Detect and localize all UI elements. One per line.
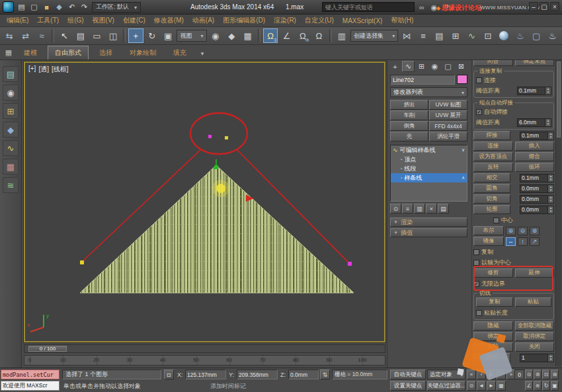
viewport-general-menu[interactable]: [+]	[28, 65, 36, 74]
snaps-toggle-3d-icon[interactable]: Ω3	[263, 28, 278, 43]
key-mode-toggle-button[interactable]: ⊙	[467, 381, 476, 391]
previous-frame-button[interactable]: ‹	[477, 370, 486, 379]
menu-item-4[interactable]: 视图(V)	[93, 16, 114, 25]
modifier-set-button-4[interactable]: UVW 展开	[429, 110, 467, 120]
show-end-result-icon[interactable]: ≡	[402, 204, 413, 214]
outline-spinner[interactable]: 0.0mm▴▾	[520, 206, 554, 214]
application-menu-icon[interactable]: ▤	[16, 2, 27, 13]
unhide-all-button[interactable]: 全部取消隐藏	[515, 321, 555, 331]
curve-editor-icon[interactable]: ∿	[464, 28, 479, 43]
stack-item-editable-spline[interactable]: ∿可编辑样条线∨	[391, 145, 467, 155]
left-tool-button-2[interactable]: ◉	[3, 85, 19, 100]
modifier-set-button-8[interactable]: 涡轮平滑	[429, 132, 467, 141]
save-file-icon[interactable]: ◆	[54, 2, 65, 13]
rendered-frame-window-icon[interactable]: ▢	[529, 28, 543, 43]
open-file-icon[interactable]: ■	[41, 2, 52, 13]
weld-value-spinner[interactable]: 0.1mm▴▾	[520, 132, 554, 140]
cross-insert-spinner[interactable]: 0.1mm▴▾	[520, 174, 554, 182]
menu-item-11[interactable]: MAXScript(X)	[342, 17, 383, 24]
perspective-viewport[interactable]: [+] [透] [线框]	[24, 61, 385, 342]
mirror-both-icon[interactable]: ↗	[530, 237, 540, 246]
select-by-name-icon[interactable]: ▤	[73, 28, 88, 43]
next-frame-button[interactable]: ›	[497, 370, 506, 379]
ribbon-config-icon[interactable]: ▦	[3, 46, 15, 58]
track-bar[interactable]: 0102030405060708090100	[24, 355, 385, 366]
menu-item-5[interactable]: 创建(C)	[123, 16, 145, 25]
selected-filter-dropdown[interactable]: 选定对象	[427, 370, 465, 379]
select-and-manipulate-icon[interactable]: ◆	[224, 28, 239, 43]
rollout-header-1[interactable]: +渲染	[390, 217, 467, 227]
mirror-horizontal-icon[interactable]: ↔	[506, 237, 516, 246]
pan-button[interactable]: ≋	[534, 381, 542, 391]
corner-vertex-right[interactable]	[348, 262, 352, 266]
z-coordinate-field[interactable]	[288, 370, 319, 379]
left-tool-button-1[interactable]: ▤	[3, 66, 19, 82]
divide-count-spinner[interactable]: 1▴▾	[520, 354, 554, 362]
panel-tab-modify[interactable]: ∿	[402, 61, 415, 72]
bind-to-space-warp-icon[interactable]: ≈	[34, 28, 49, 43]
key-filters-button[interactable]: 关键点过滤器...	[427, 381, 465, 391]
menu-item-1[interactable]: 编辑(E)	[7, 16, 28, 25]
viewport-shading-menu[interactable]: [线框]	[52, 65, 69, 74]
add-time-tag[interactable]: 添加时间标记	[210, 382, 246, 391]
window-crossing-icon[interactable]: ◫	[106, 28, 120, 43]
menu-item-10[interactable]: 自定义(U)	[305, 16, 334, 25]
outline-button[interactable]: 轮廓	[473, 205, 510, 214]
chamfer-button[interactable]: 切角	[473, 194, 510, 204]
pin-stack-icon[interactable]: ⊙	[390, 204, 401, 214]
make-first-button[interactable]: 设为首顶点	[473, 152, 513, 161]
next-key-button[interactable]: ►	[487, 381, 496, 391]
menu-item-6[interactable]: 修改器(M)	[154, 16, 184, 25]
ribbon-minimize-chevron-icon[interactable]: ▼	[200, 51, 205, 57]
boolean-subtract-icon[interactable]: ⊖	[518, 227, 528, 235]
stack-subobject-2[interactable]: ▪线段	[391, 164, 467, 173]
use-pivot-point-center-icon[interactable]: ◉	[208, 28, 223, 43]
tangent-paste-button[interactable]: 粘贴	[515, 297, 552, 307]
automatic-welding-checkbox[interactable]	[476, 109, 482, 115]
vertex-marker-magenta[interactable]	[208, 135, 212, 138]
stack-subobject-3[interactable]: ▪样条线∧	[391, 173, 467, 182]
stack-subobject-1[interactable]: ▪顶点	[391, 155, 467, 164]
vertex-marker-yellow[interactable]	[225, 136, 228, 139]
time-slider-handle[interactable]: 0 / 100	[28, 346, 67, 352]
ribbon-tab-1[interactable]: 建模	[17, 46, 44, 59]
boolean-button[interactable]: 布尔	[473, 226, 504, 235]
corner-vertex-left[interactable]	[80, 260, 84, 264]
schematic-view-icon[interactable]: ⊡	[481, 28, 495, 43]
modifier-set-button-2[interactable]: UVW 贴图	[429, 100, 467, 110]
menu-item-2[interactable]: 工具(T)	[37, 16, 59, 25]
close-button[interactable]: ×	[550, 2, 559, 11]
menu-item-3[interactable]: 组(G)	[67, 16, 83, 25]
unlink-selection-icon[interactable]: ⇄	[18, 28, 32, 43]
named-selection-set-dropdown[interactable]: 创建选择集	[350, 30, 398, 42]
connect-checkbox[interactable]	[476, 77, 482, 83]
modifier-set-button-1[interactable]: 挤出	[390, 100, 428, 110]
object-color-swatch[interactable]	[457, 75, 467, 84]
workspace-dropdown[interactable]: 工作区: 默认	[92, 2, 141, 13]
modifier-list-dropdown[interactable]: 修改器列表	[390, 87, 467, 97]
panel-tab-utilities[interactable]: ⊠	[455, 61, 467, 72]
ribbon-tab-3[interactable]: 选择	[93, 46, 119, 59]
unbind-button[interactable]: 取消绑定	[515, 332, 555, 341]
search-icon[interactable]: ∞	[417, 2, 427, 12]
fillet-button[interactable]: 圆角	[473, 184, 510, 193]
chamfer-spinner[interactable]: 0.0mm▴▾	[520, 195, 554, 204]
paste-length-checkbox[interactable]	[476, 310, 482, 316]
ribbon-tab-2[interactable]: 自由形式	[48, 46, 89, 59]
modifier-set-button-7[interactable]: 壳	[390, 132, 428, 141]
rollout-header-2[interactable]: +插值	[390, 228, 467, 237]
mirror-icon[interactable]: ⋈	[399, 28, 414, 43]
maximize-button[interactable]: ▢	[540, 2, 549, 11]
mirror-vertical-icon[interactable]: ↕	[518, 237, 528, 246]
zoom-extents-button[interactable]: ⊡	[542, 370, 550, 379]
layer-manager-icon[interactable]: ▤	[432, 28, 446, 43]
center-checkbox[interactable]	[493, 217, 499, 223]
absolute-relative-toggle-icon[interactable]: ⇅	[320, 370, 330, 379]
edit-named-selection-sets-icon[interactable]: ▥	[335, 28, 349, 43]
select-and-scale-icon[interactable]: ▣	[161, 28, 175, 43]
search-input[interactable]	[322, 2, 415, 12]
connect-button[interactable]: 连接	[473, 141, 513, 151]
scrollbar-thumb[interactable]	[557, 61, 561, 137]
render-setup-icon[interactable]: ♨	[513, 28, 528, 43]
spinner-snap-icon[interactable]: Ω	[311, 28, 326, 43]
